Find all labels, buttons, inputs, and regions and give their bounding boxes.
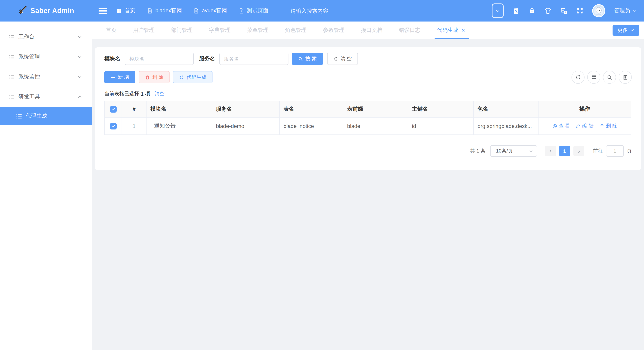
sidebar-item-system-monitor[interactable]: 系统监控 — [0, 67, 92, 87]
lock-icon[interactable] — [528, 7, 536, 14]
list-icon — [16, 113, 22, 119]
crud-card: 模块名 服务名 搜 索 清 空 新 增 — [95, 47, 641, 170]
top-collapse-icon[interactable] — [492, 4, 504, 18]
col-module: 模块名 — [146, 101, 212, 117]
sidebar: Saber Admin 工作台 系统管理 系统监控 研发工具 — [0, 0, 92, 350]
search-icon — [298, 56, 303, 61]
goto-page-input[interactable] — [606, 145, 624, 157]
fullscreen-icon[interactable] — [576, 7, 584, 14]
top-nav: 首页 bladex官网 avuex官网 测试页面 — [116, 7, 268, 14]
view-link[interactable]: 查 看 — [552, 123, 570, 129]
filter-row: 模块名 服务名 搜 索 清 空 — [104, 53, 632, 65]
sidebar-item-label: 系统监控 — [18, 73, 78, 80]
tab-home[interactable]: 首页 — [106, 22, 116, 39]
refresh-icon — [575, 74, 581, 80]
col-package: 包名 — [474, 101, 538, 117]
next-page-button[interactable] — [574, 146, 584, 156]
language-icon[interactable]: 中A — [560, 7, 568, 15]
topnav-label: 首页 — [125, 7, 136, 14]
code-generate-button[interactable]: 代码生成 — [173, 71, 213, 83]
delete-button[interactable]: 删 除 — [139, 71, 170, 83]
tab-error-log[interactable]: 错误日志 — [399, 22, 420, 39]
cell-table: blade_notice — [280, 117, 343, 135]
user-menu[interactable]: 管理员 — [614, 7, 637, 14]
saber-sword-icon — [18, 5, 27, 16]
module-name-label: 模块名 — [104, 55, 120, 62]
service-name-input[interactable] — [220, 53, 288, 65]
more-tabs-button[interactable]: 更多 — [612, 25, 640, 36]
topnav-item-test-page[interactable]: 测试页面 — [238, 7, 268, 14]
svg-text:中: 中 — [562, 9, 564, 12]
table-header-row: # 模块名 服务名 表名 表前缀 主键名 包名 操作 — [104, 101, 631, 117]
table-row[interactable]: 1 通知公告 blade-demo blade_notice blade_ id… — [104, 117, 631, 135]
tab-user-mgmt[interactable]: 用户管理 — [133, 22, 154, 39]
select-all-checkbox[interactable] — [110, 106, 116, 113]
sidebar-item-code-generation[interactable]: 代码生成 — [0, 107, 92, 125]
page-size-select[interactable]: 10条/页 — [490, 145, 537, 157]
clear-selection-link[interactable]: 清空 — [154, 90, 164, 97]
sidebar-item-workbench[interactable]: 工作台 — [0, 27, 92, 47]
sidebar-item-label: 系统管理 — [18, 53, 78, 60]
app-logo: Saber Admin — [0, 0, 92, 22]
header-search-input[interactable] — [290, 7, 360, 14]
cell-module: 通知公告 — [146, 117, 212, 135]
sidebar-item-dev-tools[interactable]: 研发工具 — [0, 87, 92, 107]
tab-role-mgmt[interactable]: 角色管理 — [285, 22, 306, 39]
hamburger-menu-icon[interactable] — [98, 8, 107, 14]
topnav-label: bladex官网 — [155, 7, 182, 14]
chevron-right-icon — [577, 149, 581, 153]
page-number-button[interactable]: 1 — [559, 146, 570, 156]
chevron-down-icon — [529, 149, 533, 153]
pagination-total: 共 1 条 — [470, 147, 486, 154]
col-prefix: 表前缀 — [343, 101, 408, 117]
chevron-down-icon — [78, 55, 82, 59]
tab-param-mgmt[interactable]: 参数管理 — [323, 22, 344, 39]
search-button[interactable]: 搜 索 — [292, 53, 323, 65]
tab-dict-mgmt[interactable]: 字典管理 — [209, 22, 230, 39]
topnav-label: avuex官网 — [202, 7, 227, 14]
cell-prefix: blade_ — [343, 117, 408, 135]
column-settings-button[interactable] — [619, 71, 632, 84]
topnav-item-avuex[interactable]: avuex官网 — [194, 7, 227, 14]
refresh-button[interactable] — [572, 71, 584, 84]
sidebar-item-system-mgmt[interactable]: 系统管理 — [0, 47, 92, 67]
doc-icon — [147, 8, 153, 14]
header-icons: 中A 管理员 — [492, 4, 637, 18]
module-name-input[interactable] — [125, 53, 194, 65]
goto-label: 前往 — [593, 147, 603, 154]
tab-api-docs[interactable]: 接口文档 — [361, 22, 382, 39]
theme-icon[interactable] — [544, 7, 552, 15]
tab-dept-mgmt[interactable]: 部门管理 — [171, 22, 192, 39]
topnav-label: 测试页面 — [247, 7, 268, 14]
add-button[interactable]: 新 增 — [104, 71, 135, 83]
list-icon — [8, 34, 15, 40]
delete-link[interactable]: 删 除 — [600, 123, 617, 129]
row-checkbox[interactable] — [110, 123, 116, 129]
pagination: 共 1 条 10条/页 1 前往 页 — [470, 145, 632, 157]
topnav-item-home[interactable]: 首页 — [116, 7, 136, 14]
grid-view-button[interactable] — [587, 71, 600, 84]
tab-menu-mgmt[interactable]: 菜单管理 — [247, 22, 268, 39]
debug-icon[interactable] — [512, 7, 520, 15]
tab-bar: 首页 用户管理 部门管理 字典管理 菜单管理 角色管理 参数管理 接口文档 错误… — [92, 22, 644, 39]
trash-icon — [333, 56, 338, 61]
sidebar-item-label: 代码生成 — [26, 113, 47, 119]
avatar[interactable] — [592, 4, 605, 17]
edit-link[interactable]: 编 辑 — [576, 123, 594, 129]
app-title: Saber Admin — [30, 7, 74, 15]
prev-page-button[interactable] — [545, 146, 556, 156]
grid-icon — [591, 74, 597, 80]
sidebar-item-label: 工作台 — [18, 34, 78, 40]
sidebar-item-label: 研发工具 — [18, 93, 78, 100]
tab-close-icon[interactable]: ✕ — [462, 28, 465, 33]
topnav-item-bladex[interactable]: bladex官网 — [147, 7, 182, 14]
chevron-down-icon — [78, 75, 82, 79]
doc-icon — [238, 8, 244, 14]
tab-code-generation[interactable]: 代码生成 ✕ — [437, 22, 465, 39]
search-toggle-button[interactable] — [603, 71, 616, 84]
cell-package: org.springblade.desk... — [474, 117, 538, 135]
clear-filter-button[interactable]: 清 空 — [327, 53, 358, 65]
col-table: 表名 — [280, 101, 343, 117]
list-icon — [8, 74, 15, 80]
eye-icon — [552, 123, 557, 128]
